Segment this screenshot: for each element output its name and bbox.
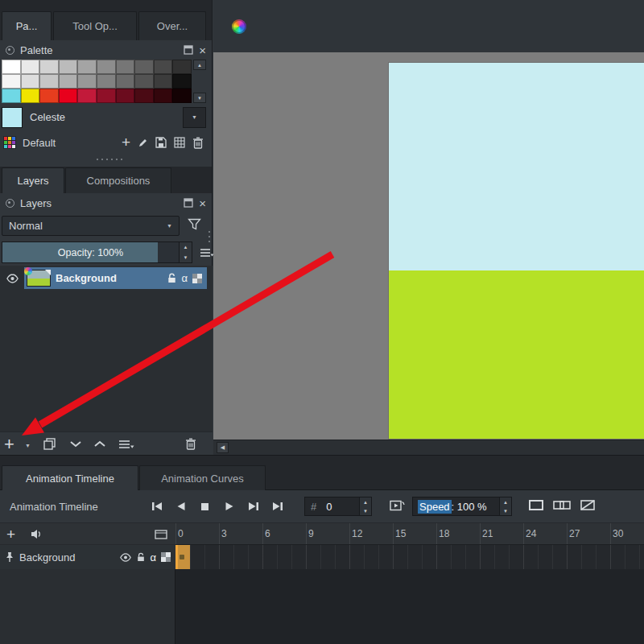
save-palette-button[interactable] (155, 137, 167, 148)
layer-options-button[interactable] (200, 242, 214, 263)
track-label[interactable]: Background α (0, 544, 175, 569)
layer-lock-toggle[interactable] (167, 273, 176, 283)
move-layer-up-button[interactable] (93, 440, 106, 448)
play-button[interactable] (219, 496, 239, 517)
palette-swatch[interactable] (172, 60, 192, 74)
tab-compositions[interactable]: Compositions (65, 167, 171, 193)
frame-number-spinbox[interactable]: # 0 ▲ ▼ (304, 497, 372, 516)
float-docker-button[interactable] (184, 198, 193, 208)
docker-lock-icon[interactable] (6, 46, 14, 55)
palette-swatch[interactable] (154, 60, 173, 74)
alpha-lock-toggle[interactable]: α (181, 273, 188, 283)
palette-swatch[interactable] (97, 60, 116, 74)
palette-swatch[interactable] (154, 89, 173, 103)
tab-animation-curves[interactable]: Animation Curves (139, 465, 266, 490)
edit-palette-button[interactable] (138, 138, 148, 148)
docker-lock-icon[interactable] (6, 199, 14, 208)
layer-filter-button[interactable] (188, 218, 201, 230)
audio-options-button[interactable] (31, 529, 44, 539)
palette-swatch[interactable] (2, 89, 21, 103)
stop-button[interactable] (195, 496, 215, 517)
palette-swatch[interactable] (77, 60, 97, 74)
palette-swatch[interactable] (77, 74, 97, 89)
layer-properties-button[interactable] (118, 440, 134, 449)
add-color-button[interactable]: + (122, 134, 130, 150)
next-frame-button[interactable] (243, 496, 263, 517)
scroll-left-button[interactable]: ◀ (217, 442, 229, 453)
layer-row-background[interactable]: Background α (0, 267, 207, 289)
horizontal-scrollbar[interactable]: ◀ (213, 440, 644, 455)
timeline-ruler[interactable]: 036912151821242730 (175, 523, 644, 545)
timeline-settings-button[interactable] (155, 530, 167, 539)
spin-down-button[interactable]: ▼ (180, 253, 192, 263)
color-dropdown-button[interactable]: ▼ (183, 107, 206, 128)
add-layer-button[interactable]: + (4, 432, 14, 456)
palette-swatch[interactable] (77, 89, 97, 103)
tab-animation-timeline[interactable]: Animation Timeline (2, 465, 138, 490)
drag-handle[interactable] (95, 158, 122, 161)
blend-mode-dropdown[interactable]: Normal ▼ (2, 216, 180, 236)
palette-swatch[interactable] (21, 89, 40, 103)
palette-swatch[interactable] (116, 60, 135, 74)
palette-swatch[interactable] (39, 89, 59, 103)
add-layer-dropdown[interactable]: ▼ (25, 443, 31, 448)
close-docker-button[interactable]: × (199, 44, 206, 56)
opacity-slider[interactable]: Opacity: 100% (2, 242, 180, 263)
skip-to-start-button[interactable] (147, 496, 167, 517)
palette-swatch[interactable] (116, 74, 135, 89)
delete-color-button[interactable] (192, 137, 204, 149)
palette-swatch[interactable] (21, 60, 40, 74)
spin-up-button[interactable]: ▲ (180, 242, 192, 253)
palette-swatch[interactable] (59, 74, 78, 89)
palette-swatch[interactable] (172, 89, 192, 103)
float-docker-button[interactable] (184, 45, 193, 55)
drop-frames-button[interactable] (390, 499, 405, 512)
duplicate-layer-button[interactable] (43, 438, 56, 450)
track-inherit-alpha-toggle[interactable] (161, 552, 171, 562)
palette-swatch[interactable] (59, 60, 78, 74)
palette-swatch[interactable] (39, 74, 59, 89)
pin-icon[interactable] (5, 551, 14, 563)
spin-down-button[interactable]: ▼ (500, 506, 511, 515)
palette-swatch[interactable] (39, 60, 59, 74)
palette-swatch[interactable] (97, 89, 116, 103)
spin-down-button[interactable]: ▼ (360, 506, 371, 515)
track-alpha-toggle[interactable]: α (150, 552, 156, 563)
tab-tool-options[interactable]: Tool Op... (53, 11, 137, 40)
palette-swatch[interactable] (134, 74, 154, 89)
frame-display-button[interactable] (528, 499, 544, 511)
palette-swatch[interactable] (172, 74, 192, 89)
tab-palette[interactable]: Pa... (2, 11, 52, 40)
track-visibility-button[interactable] (119, 553, 132, 562)
add-keyframe-button[interactable]: + (6, 523, 15, 545)
palette-swatch[interactable] (134, 89, 154, 103)
delete-layer-button[interactable] (185, 438, 196, 450)
palette-swatch[interactable] (59, 89, 78, 103)
onion-skins-button[interactable] (553, 499, 571, 511)
palette-swatch[interactable] (2, 74, 21, 89)
previous-frame-button[interactable] (171, 496, 191, 517)
palette-scrollbar[interactable]: ▲ ▼ (193, 60, 206, 103)
scroll-up-button[interactable]: ▲ (193, 60, 206, 70)
palette-swatch[interactable] (134, 60, 154, 74)
palette-swatch[interactable] (116, 89, 135, 103)
inherit-alpha-toggle[interactable] (192, 274, 202, 283)
close-docker-button[interactable]: × (199, 197, 206, 209)
layer-row-selection[interactable]: Background α (24, 267, 207, 289)
layer-visibility-button[interactable] (0, 274, 24, 283)
move-layer-down-button[interactable] (69, 440, 82, 448)
tab-overview[interactable]: Over... (138, 11, 206, 40)
palette-swatch[interactable] (2, 60, 21, 74)
no-frame-button[interactable] (580, 499, 596, 511)
skip-to-end-button[interactable] (267, 496, 287, 517)
spin-up-button[interactable]: ▲ (360, 497, 371, 506)
track-lock-toggle[interactable] (137, 552, 145, 562)
palette-view-button[interactable] (174, 137, 185, 148)
palette-swatch[interactable] (21, 74, 40, 89)
current-color-swatch[interactable] (2, 107, 23, 128)
tab-layers[interactable]: Layers (2, 167, 64, 193)
track-cells[interactable] (175, 544, 644, 569)
palette-collection-row[interactable]: Default + (3, 132, 206, 153)
speed-spinbox[interactable]: Speed : 100 % ▲ ▼ (412, 497, 512, 516)
scroll-down-button[interactable]: ▼ (193, 93, 206, 103)
